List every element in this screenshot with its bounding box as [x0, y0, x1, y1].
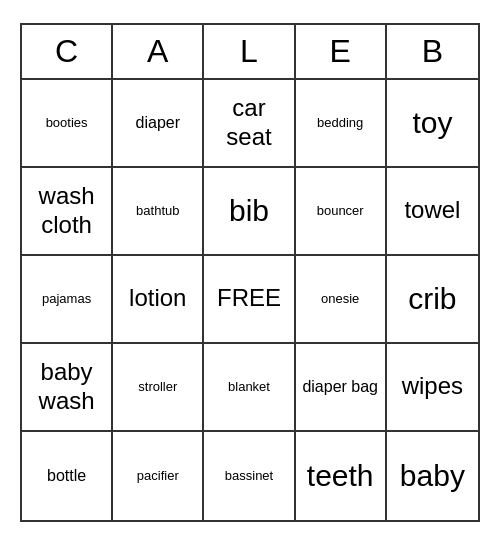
cell-text: towel — [404, 196, 460, 225]
cell-text: booties — [46, 115, 88, 131]
bingo-cell: lotion — [113, 256, 204, 344]
bingo-cell: FREE — [204, 256, 295, 344]
bingo-cell: baby — [387, 432, 478, 520]
bingo-cell: diaper — [113, 80, 204, 168]
bingo-cell: baby wash — [22, 344, 113, 432]
bingo-cell: pacifier — [113, 432, 204, 520]
cell-text: stroller — [138, 379, 177, 395]
bingo-cell: towel — [387, 168, 478, 256]
cell-text: bedding — [317, 115, 363, 131]
cell-text: FREE — [217, 284, 281, 313]
cell-text: teeth — [307, 458, 374, 494]
cell-text: bathtub — [136, 203, 179, 219]
bingo-cell: teeth — [296, 432, 387, 520]
bingo-cell: bassinet — [204, 432, 295, 520]
bingo-cell: diaper bag — [296, 344, 387, 432]
cell-text: baby — [400, 458, 465, 494]
cell-text: wipes — [402, 372, 463, 401]
cell-text: lotion — [129, 284, 186, 313]
bingo-cell: booties — [22, 80, 113, 168]
cell-text: bottle — [47, 466, 86, 485]
cell-text: onesie — [321, 291, 359, 307]
bingo-cell: bouncer — [296, 168, 387, 256]
header-letter-a: A — [113, 25, 204, 78]
header-letter-b: B — [387, 25, 478, 78]
bingo-cell: bib — [204, 168, 295, 256]
header-letter-l: L — [204, 25, 295, 78]
cell-text: pacifier — [137, 468, 179, 484]
bingo-cell: bedding — [296, 80, 387, 168]
cell-text: toy — [412, 105, 452, 141]
bingo-cell: bottle — [22, 432, 113, 520]
header-letter-c: C — [22, 25, 113, 78]
cell-text: bib — [229, 193, 269, 229]
cell-text: pajamas — [42, 291, 91, 307]
cell-text: baby wash — [26, 358, 107, 416]
bingo-cell: bathtub — [113, 168, 204, 256]
cell-text: diaper bag — [302, 377, 378, 396]
bingo-cell: wash cloth — [22, 168, 113, 256]
bingo-cell: car seat — [204, 80, 295, 168]
cell-text: car seat — [208, 94, 289, 152]
cell-text: wash cloth — [26, 182, 107, 240]
header-letter-e: E — [296, 25, 387, 78]
bingo-card: CALEB bootiesdiapercar seatbeddingtoywas… — [20, 23, 480, 522]
bingo-grid: bootiesdiapercar seatbeddingtoywash clot… — [22, 80, 478, 520]
bingo-header: CALEB — [22, 25, 478, 80]
cell-text: blanket — [228, 379, 270, 395]
cell-text: bouncer — [317, 203, 364, 219]
bingo-cell: pajamas — [22, 256, 113, 344]
cell-text: diaper — [136, 113, 180, 132]
cell-text: crib — [408, 281, 456, 317]
bingo-cell: stroller — [113, 344, 204, 432]
bingo-cell: wipes — [387, 344, 478, 432]
cell-text: bassinet — [225, 468, 273, 484]
bingo-cell: crib — [387, 256, 478, 344]
bingo-cell: onesie — [296, 256, 387, 344]
bingo-cell: blanket — [204, 344, 295, 432]
bingo-cell: toy — [387, 80, 478, 168]
